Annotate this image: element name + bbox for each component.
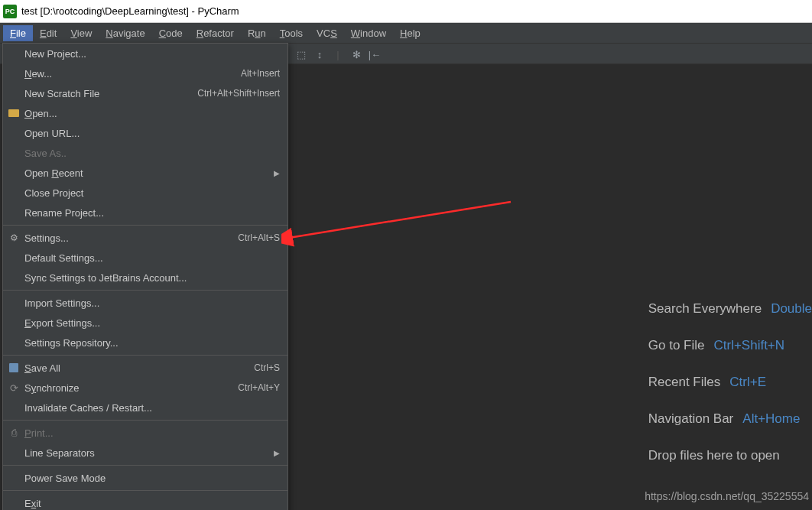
shortcut-text: Ctrl+S xyxy=(254,362,280,373)
welcome-label: Recent Files xyxy=(648,375,720,390)
toolbar-separator: | xyxy=(329,45,347,63)
toolbar-icon-structure[interactable]: ⬚ xyxy=(292,45,310,63)
menu-item-label: Line Separators xyxy=(24,447,95,459)
menu-item-synchronize[interactable]: ⟳SynchronizeCtrl+Alt+Y xyxy=(3,378,287,398)
menu-item-label: Print... xyxy=(24,427,54,439)
app-icon: PC xyxy=(3,5,17,18)
menu-separator xyxy=(3,355,287,356)
menu-item-settings-repository[interactable]: Settings Repository... xyxy=(3,333,287,352)
menu-item-label: Import Settings... xyxy=(24,297,99,309)
menu-item-settings[interactable]: ⚙Settings...Ctrl+Alt+S xyxy=(3,228,287,248)
menu-tools[interactable]: Tools xyxy=(273,25,310,41)
watermark-text: https://blog.csdn.net/qq_35225554 xyxy=(645,490,809,502)
menu-item-label: New Project... xyxy=(24,48,86,60)
menu-item-label: New... xyxy=(24,68,52,80)
shortcut-text: Ctrl+Alt+Y xyxy=(238,382,280,393)
menu-item-label: Close Project xyxy=(24,187,83,199)
menu-item-label: Open URL... xyxy=(24,128,80,139)
menu-bar: FileEditViewNavigateCodeRefactorRunTools… xyxy=(0,23,812,43)
welcome-label: Go to File xyxy=(648,338,705,353)
chevron-right-icon: ▶ xyxy=(274,449,280,457)
menu-item-sync-settings-to-jetbrains-account[interactable]: Sync Settings to JetBrains Account... xyxy=(3,268,287,287)
menu-item-label: Open Recent xyxy=(24,167,83,179)
welcome-label: Drop files here to open xyxy=(648,448,780,463)
folder-icon xyxy=(8,107,20,119)
menu-item-label: Open... xyxy=(24,108,57,119)
welcome-shortcut: Ctrl+Shift+N xyxy=(713,338,784,353)
menu-item-line-separators[interactable]: Line Separators▶ xyxy=(3,443,287,463)
welcome-row: Recent FilesCtrl+E xyxy=(648,375,812,390)
sync-icon: ⟳ xyxy=(8,382,20,394)
menu-item-label: Default Settings... xyxy=(24,252,103,264)
welcome-row: Go to FileCtrl+Shift+N xyxy=(648,338,812,353)
menu-item-label: Settings Repository... xyxy=(24,337,119,349)
menu-item-label: Save As.. xyxy=(24,148,67,159)
menu-item-new[interactable]: New...Alt+Insert xyxy=(3,63,287,83)
menu-help[interactable]: Help xyxy=(393,25,427,41)
welcome-shortcut: Alt+Home xyxy=(742,411,800,427)
menu-item-label: New Scratch File xyxy=(24,88,99,99)
menu-item-label: Export Settings... xyxy=(24,317,100,329)
menu-separator xyxy=(3,420,287,421)
menu-item-export-settings[interactable]: Export Settings... xyxy=(3,313,287,333)
menu-vcs[interactable]: VCS xyxy=(310,25,344,41)
menu-item-rename-project[interactable]: Rename Project... xyxy=(3,203,287,223)
menu-item-label: Power Save Mode xyxy=(24,473,106,484)
menu-file[interactable]: File xyxy=(3,25,33,41)
menu-separator xyxy=(3,465,287,466)
editor-area: Search EverywhereDoubleGo to FileCtrl+Sh… xyxy=(289,64,812,510)
welcome-label: Navigation Bar xyxy=(648,411,734,427)
welcome-row: Navigation BarAlt+Home xyxy=(648,411,812,427)
shortcut-text: Alt+Insert xyxy=(241,68,280,79)
shortcut-text: Ctrl+Alt+Shift+Insert xyxy=(197,88,280,99)
welcome-shortcut: Double xyxy=(771,301,812,317)
menu-edit[interactable]: Edit xyxy=(33,25,63,41)
window-title: test [D:\rootcoding\DeepLearning\test] -… xyxy=(21,5,239,17)
title-bar: PC test [D:\rootcoding\DeepLearning\test… xyxy=(0,0,812,23)
toolbar-icon-collapse[interactable]: ↕ xyxy=(310,45,329,63)
menu-item-label: Settings... xyxy=(24,232,69,244)
menu-item-close-project[interactable]: Close Project xyxy=(3,183,287,203)
menu-separator xyxy=(3,490,287,491)
menu-item-open[interactable]: Open... xyxy=(3,103,287,123)
menu-item-save-all[interactable]: Save AllCtrl+S xyxy=(3,358,287,378)
menu-item-label: Save All xyxy=(24,362,60,374)
welcome-shortcut: Ctrl+E xyxy=(729,375,766,390)
menu-view[interactable]: View xyxy=(63,25,99,41)
welcome-panel: Search EverywhereDoubleGo to FileCtrl+Sh… xyxy=(648,301,812,485)
welcome-row: Search EverywhereDouble xyxy=(648,301,812,317)
menu-item-exit[interactable]: Exit xyxy=(3,493,287,510)
menu-window[interactable]: Window xyxy=(344,25,393,41)
menu-item-new-project[interactable]: New Project... xyxy=(3,44,287,63)
toolbar-icon-back[interactable]: |← xyxy=(365,45,384,63)
menu-separator xyxy=(3,290,287,291)
menu-item-invalidate-caches-restart[interactable]: Invalidate Caches / Restart... xyxy=(3,398,287,417)
print-icon: ⎙ xyxy=(8,427,20,439)
menu-item-import-settings[interactable]: Import Settings... xyxy=(3,293,287,313)
menu-item-label: Synchronize xyxy=(24,382,80,394)
file-menu-dropdown: New Project...New...Alt+InsertNew Scratc… xyxy=(2,43,288,510)
save-icon xyxy=(8,362,20,374)
menu-item-new-scratch-file[interactable]: New Scratch FileCtrl+Alt+Shift+Insert xyxy=(3,83,287,103)
menu-item-power-save-mode[interactable]: Power Save Mode xyxy=(3,468,287,488)
menu-item-default-settings[interactable]: Default Settings... xyxy=(3,248,287,268)
menu-item-label: Sync Settings to JetBrains Account... xyxy=(24,272,187,284)
menu-item-open-url[interactable]: Open URL... xyxy=(3,123,287,143)
menu-run[interactable]: Run xyxy=(241,25,273,41)
menu-refactor[interactable]: Refactor xyxy=(190,25,241,41)
welcome-row: Drop files here to open xyxy=(648,448,812,463)
menu-separator xyxy=(3,225,287,226)
menu-item-label: Invalidate Caches / Restart... xyxy=(24,402,152,414)
menu-item-label: Exit xyxy=(24,498,41,509)
menu-navigate[interactable]: Navigate xyxy=(99,25,151,41)
menu-code[interactable]: Code xyxy=(152,25,190,41)
welcome-label: Search Everywhere xyxy=(648,301,762,317)
chevron-right-icon: ▶ xyxy=(274,169,280,177)
shortcut-text: Ctrl+Alt+S xyxy=(238,232,280,243)
settings-icon: ⚙ xyxy=(8,232,20,244)
menu-item-label: Rename Project... xyxy=(24,207,104,219)
menu-item-open-recent[interactable]: Open Recent▶ xyxy=(3,163,287,183)
gear-icon[interactable]: ✻ xyxy=(347,45,365,63)
menu-item-save-as: Save As.. xyxy=(3,143,287,163)
menu-item-print: ⎙Print... xyxy=(3,423,287,443)
